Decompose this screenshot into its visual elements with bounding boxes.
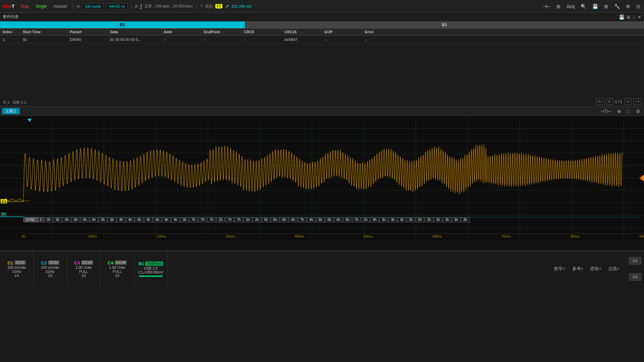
decode-token-0: SYNC bbox=[23, 217, 38, 222]
decode-token-21: 2h bbox=[216, 217, 225, 222]
page-first-btn[interactable]: ⊢ bbox=[596, 98, 604, 105]
event-total: 共 1 当前 1-1 bbox=[3, 100, 26, 104]
decode-token-27: 6h bbox=[271, 217, 279, 222]
ref-plus-label: 参考+ bbox=[572, 266, 584, 272]
decode-token-16: 4h bbox=[171, 217, 180, 222]
time-axis: 0s100ns200ns300ns400ns500ns600ns700ns800… bbox=[23, 233, 644, 240]
decode-token-2: 0h bbox=[44, 217, 53, 222]
c2-coupling: DC50 bbox=[48, 260, 59, 265]
event-copy-btn[interactable]: ⊞ bbox=[627, 14, 631, 20]
decode-token-15: 4h bbox=[162, 217, 171, 222]
logic-plus-btn[interactable]: 逻辑+ bbox=[590, 266, 601, 272]
page-prev-btn[interactable]: < bbox=[606, 98, 613, 105]
channel-c2[interactable]: C2 DC50 100 mV/div 1GHz 1X bbox=[34, 251, 67, 286]
decode-token-41: 3h bbox=[397, 217, 406, 222]
math-plus-label: 数学+ bbox=[554, 266, 566, 272]
measure-tool-button[interactable]: ⊞ bbox=[555, 3, 562, 10]
event-expand-btn[interactable]: □ bbox=[633, 14, 635, 20]
zoom-frame-btn[interactable]: □ bbox=[626, 108, 632, 115]
decode-token-18: 7h bbox=[189, 217, 198, 222]
cursor-tool-button[interactable]: ⊣⊢ bbox=[541, 3, 552, 10]
td-start-time: 0s bbox=[23, 38, 70, 42]
decode-token-38: 4h bbox=[370, 217, 379, 222]
decode-token-14: 4h bbox=[153, 217, 162, 222]
time-label-2: 200ns bbox=[157, 235, 166, 238]
decode-token-17: 3h bbox=[180, 217, 189, 222]
group-b1: B1 bbox=[0, 21, 245, 28]
trigger-label: 边沿 bbox=[205, 4, 213, 9]
main-window-btn[interactable]: 主窗口 bbox=[2, 108, 20, 114]
time-ref-btn[interactable]: ⊣T⊢ bbox=[598, 108, 613, 115]
bus-plus-btn[interactable]: 总线+ bbox=[608, 266, 620, 272]
decode-token-47: 3h bbox=[452, 217, 461, 222]
save-button[interactable]: 💾 bbox=[591, 3, 600, 10]
search-button[interactable]: 🔍 bbox=[579, 3, 588, 10]
decode-token-28: 6h bbox=[280, 217, 288, 222]
td-crc16: 0xAB97 bbox=[284, 38, 325, 42]
layout-button[interactable]: ⊡ bbox=[635, 3, 642, 10]
td-addr: -- bbox=[164, 38, 204, 42]
decode-token-23: 7h bbox=[234, 217, 243, 222]
time-label-0: 0s bbox=[22, 235, 25, 238]
waveform-icon: ∫ bbox=[140, 3, 142, 9]
channel-b1[interactable]: B1 USB(Hex) USB 2.0 C1->200.00mV bbox=[134, 251, 168, 286]
channel-c4[interactable]: C4 DC1M 1.00 V/div FULL 1X bbox=[101, 251, 134, 286]
acq-button[interactable]: Acq bbox=[565, 3, 576, 10]
channel-c1[interactable]: C1 DC50 100 mV/div 1GHz 1X bbox=[0, 251, 34, 286]
stop-button[interactable]: Stop bbox=[18, 3, 31, 9]
c4-coupling: DC1M bbox=[115, 260, 127, 265]
decode-button[interactable]: ⊞ bbox=[602, 3, 610, 10]
time-label-6: 600ns bbox=[433, 235, 442, 238]
th-crc5: CRC5 bbox=[244, 30, 284, 34]
g2-btn[interactable]: G2 bbox=[629, 273, 641, 281]
autoset-button[interactable]: Autoset bbox=[51, 3, 69, 9]
decode-token-11: 4h bbox=[126, 217, 135, 222]
waveform-canvas[interactable]: C1 B1 bbox=[0, 116, 644, 240]
c2-probe: 1X bbox=[48, 274, 52, 278]
event-footer: 共 1 当前 1-1 bbox=[0, 99, 29, 106]
event-save-btn[interactable]: 💾 bbox=[619, 14, 625, 20]
c1-volt-div: 100 mV/div bbox=[7, 265, 26, 269]
b1-protocol: USB(Hex) bbox=[145, 261, 163, 266]
decode-token-13: 4h bbox=[144, 217, 153, 222]
decode-token-46: 3h bbox=[443, 217, 451, 222]
zoom-in-btn[interactable]: ⊕ bbox=[615, 108, 623, 115]
function-button[interactable]: 🔧 bbox=[612, 3, 622, 10]
time-label-1: 100ns bbox=[88, 235, 97, 238]
c2-bw: 1GHz bbox=[45, 269, 55, 274]
c1-name: C1 bbox=[7, 260, 13, 265]
decode-token-35: 6h bbox=[343, 217, 352, 222]
page-info: 1 / 1 bbox=[615, 100, 622, 104]
decode-token-31: 4h bbox=[307, 217, 316, 222]
td-crc5: -- bbox=[244, 38, 284, 42]
decode-token-40: 3h bbox=[388, 217, 397, 222]
ref-plus-btn[interactable]: 参考+ bbox=[572, 266, 584, 272]
event-close-btn[interactable]: ✕ bbox=[637, 14, 641, 20]
time-label-9: 900ns bbox=[639, 235, 644, 238]
page-last-btn[interactable]: ⊣ bbox=[633, 98, 641, 105]
single-button[interactable]: Single bbox=[34, 3, 49, 9]
logic-plus-label: 逻辑+ bbox=[590, 266, 601, 272]
decode-token-39: 3h bbox=[379, 217, 388, 222]
decode-token-48: 3h bbox=[461, 217, 470, 222]
c2-name: C2 bbox=[41, 260, 47, 265]
event-table-header: Index Start Time Packet Data Addr EndPoi… bbox=[0, 28, 644, 36]
waveform-settings-btn[interactable]: ⚙ bbox=[634, 108, 642, 115]
table-row[interactable]: 1 0s DATA0 01 00 00 00 00 0... -- -- -- … bbox=[3, 36, 641, 43]
th-packet: Packet bbox=[70, 30, 110, 34]
group-b2: B2 bbox=[245, 21, 644, 28]
page-next-btn[interactable]: > bbox=[624, 98, 631, 105]
g1-btn[interactable]: G1 bbox=[629, 257, 641, 264]
channel-c3[interactable]: C3 DC1M 1.00 V/div FULL 1X bbox=[67, 251, 101, 286]
event-pagination: ⊢ < 1 / 1 > ⊣ bbox=[593, 97, 644, 106]
decode-token-45: 3h bbox=[434, 217, 442, 222]
math-plus-btn[interactable]: 数学+ bbox=[554, 266, 566, 272]
c3-name: C3 bbox=[74, 260, 80, 265]
td-eop: -- bbox=[325, 38, 365, 42]
settings-button[interactable]: ⚙ bbox=[624, 3, 632, 10]
decode-token-26: 5h bbox=[262, 217, 270, 222]
c2-volt-div: 100 mV/div bbox=[41, 265, 59, 269]
decode-token-7: 0h bbox=[90, 217, 98, 222]
main-toolbar: 主窗口 ⊣T⊢ ⊕ □ ⚙ bbox=[0, 107, 644, 116]
event-table-title: 事件列表 bbox=[3, 14, 19, 20]
